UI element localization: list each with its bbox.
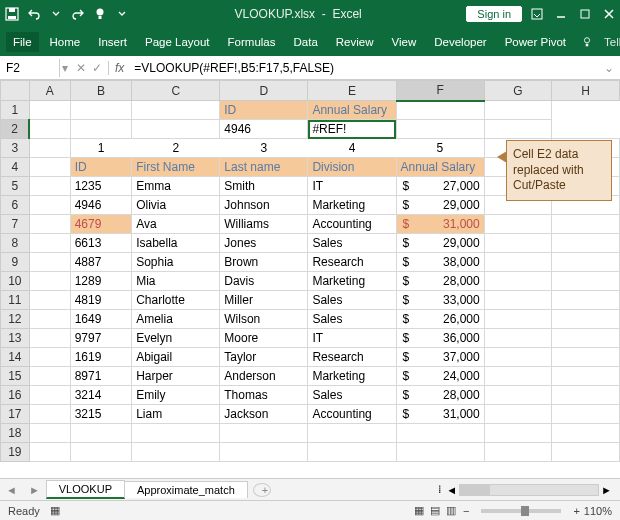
cell-salary[interactable]: 37,000: [396, 348, 484, 367]
view-pagebreak-icon[interactable]: ▥: [446, 504, 456, 517]
cell-first[interactable]: Amelia: [132, 310, 220, 329]
minimize-icon[interactable]: [554, 7, 568, 21]
cell-id[interactable]: 8971: [70, 367, 131, 386]
cell-salary[interactable]: 28,000: [396, 386, 484, 405]
cell-id[interactable]: 6613: [70, 234, 131, 253]
sheet-nav-next-icon[interactable]: ►: [23, 484, 46, 496]
cell-id[interactable]: 3215: [70, 405, 131, 424]
zoom-in-button[interactable]: +: [573, 505, 579, 517]
cell-id[interactable]: 3214: [70, 386, 131, 405]
row-header[interactable]: 17: [1, 405, 30, 424]
tab-power-pivot[interactable]: Power Pivot: [498, 32, 573, 52]
th-first[interactable]: First Name: [132, 158, 220, 177]
sheet-nav-prev-icon[interactable]: ◄: [0, 484, 23, 496]
cell-last[interactable]: Jones: [220, 234, 308, 253]
tab-formulas[interactable]: Formulas: [221, 32, 283, 52]
chevron-down-icon[interactable]: [48, 6, 64, 22]
row-header[interactable]: 19: [1, 443, 30, 462]
cell-last[interactable]: Jackson: [220, 405, 308, 424]
cell-last[interactable]: Miller: [220, 291, 308, 310]
cell-salary[interactable]: 29,000: [396, 196, 484, 215]
th-id[interactable]: ID: [70, 158, 131, 177]
new-sheet-button[interactable]: +: [253, 483, 271, 497]
tab-view[interactable]: View: [385, 32, 424, 52]
row-header[interactable]: 3: [1, 139, 30, 158]
cell-div[interactable]: Sales: [308, 386, 396, 405]
cell-last[interactable]: Moore: [220, 329, 308, 348]
column-header[interactable]: D: [220, 81, 308, 101]
name-box[interactable]: F2: [0, 59, 60, 77]
cell-salary[interactable]: 26,000: [396, 310, 484, 329]
tab-developer[interactable]: Developer: [427, 32, 493, 52]
horizontal-scrollbar[interactable]: ⁞ ◄ ►: [271, 483, 620, 496]
cell-first[interactable]: Mia: [132, 272, 220, 291]
cell-first[interactable]: Emily: [132, 386, 220, 405]
cell-last[interactable]: Williams: [220, 215, 308, 234]
view-normal-icon[interactable]: ▦: [414, 504, 424, 517]
cell-salary[interactable]: 28,000: [396, 272, 484, 291]
cell-last[interactable]: Smith: [220, 177, 308, 196]
row-header[interactable]: 4: [1, 158, 30, 177]
cell-div[interactable]: Sales: [308, 291, 396, 310]
cell-id[interactable]: 4946: [70, 196, 131, 215]
cell-first[interactable]: Olivia: [132, 196, 220, 215]
cell-div[interactable]: IT: [308, 177, 396, 196]
zoom-slider[interactable]: [481, 509, 561, 513]
column-header[interactable]: C: [132, 81, 220, 101]
row-header[interactable]: 6: [1, 196, 30, 215]
row-header[interactable]: 1: [1, 101, 30, 120]
cell-div[interactable]: IT: [308, 329, 396, 348]
cell-salary[interactable]: 29,000: [396, 234, 484, 253]
row-header[interactable]: 14: [1, 348, 30, 367]
cell-salary[interactable]: 33,000: [396, 291, 484, 310]
cell-first[interactable]: Emma: [132, 177, 220, 196]
cell-div[interactable]: Marketing: [308, 272, 396, 291]
cell-first[interactable]: Abigail: [132, 348, 220, 367]
cell-id[interactable]: 9797: [70, 329, 131, 348]
cell-id[interactable]: 1235: [70, 177, 131, 196]
cell-salary[interactable]: 31,000: [396, 215, 484, 234]
cell-last[interactable]: Wilson: [220, 310, 308, 329]
cell-div[interactable]: Marketing: [308, 367, 396, 386]
column-header[interactable]: E: [308, 81, 396, 101]
cell-salary[interactable]: 24,000: [396, 367, 484, 386]
cell-last[interactable]: Thomas: [220, 386, 308, 405]
column-header[interactable]: B: [70, 81, 131, 101]
enter-icon[interactable]: ✓: [92, 61, 102, 75]
cell-salary[interactable]: 27,000: [396, 177, 484, 196]
cell-first[interactable]: Liam: [132, 405, 220, 424]
ribbon-options-icon[interactable]: [530, 7, 544, 21]
th-salary[interactable]: Annual Salary: [396, 158, 484, 177]
row-header[interactable]: 2: [1, 120, 30, 139]
row-header[interactable]: 18: [1, 424, 30, 443]
cell-last[interactable]: Davis: [220, 272, 308, 291]
maximize-icon[interactable]: [578, 7, 592, 21]
lightbulb-icon[interactable]: [581, 36, 593, 48]
row-header[interactable]: 11: [1, 291, 30, 310]
row-header[interactable]: 10: [1, 272, 30, 291]
cell-last[interactable]: Anderson: [220, 367, 308, 386]
view-pagelayout-icon[interactable]: ▤: [430, 504, 440, 517]
row-header[interactable]: 15: [1, 367, 30, 386]
lightbulb-icon[interactable]: [92, 6, 108, 22]
cell-first[interactable]: Ava: [132, 215, 220, 234]
cell-div[interactable]: Accounting: [308, 405, 396, 424]
row-header[interactable]: 7: [1, 215, 30, 234]
lookup-salary-header[interactable]: Annual Salary: [308, 101, 396, 120]
row-header[interactable]: 9: [1, 253, 30, 272]
tab-insert[interactable]: Insert: [91, 32, 134, 52]
lookup-id-header[interactable]: ID: [220, 101, 308, 120]
cell-div[interactable]: Research: [308, 253, 396, 272]
row-header[interactable]: 16: [1, 386, 30, 405]
cell-div[interactable]: Sales: [308, 310, 396, 329]
cell-last[interactable]: Brown: [220, 253, 308, 272]
th-div[interactable]: Division: [308, 158, 396, 177]
cell-salary[interactable]: 31,000: [396, 405, 484, 424]
cell-first[interactable]: Sophia: [132, 253, 220, 272]
cell-first[interactable]: Charlotte: [132, 291, 220, 310]
cell-id[interactable]: 1619: [70, 348, 131, 367]
worksheet-grid[interactable]: ABCDEFGH1IDAnnual Salary24946#REF!312345…: [0, 80, 620, 478]
lookup-id-value[interactable]: 4946: [220, 120, 308, 139]
macro-record-icon[interactable]: ▦: [50, 504, 60, 517]
tab-home[interactable]: Home: [43, 32, 88, 52]
